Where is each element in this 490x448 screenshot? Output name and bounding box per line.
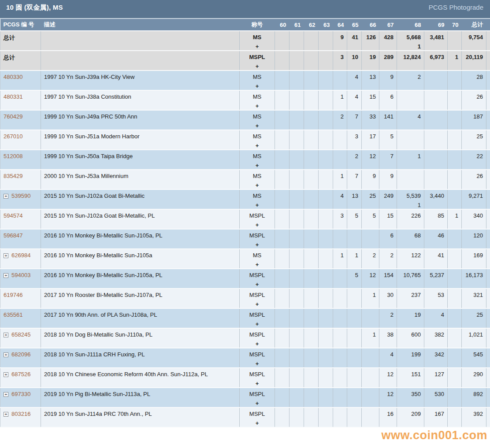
expand-icon[interactable]: +: [4, 352, 8, 357]
grade-cell-64: [333, 289, 347, 308]
grade-cell-total: 120: [462, 229, 486, 249]
grade-cell-68: 2: [397, 70, 424, 90]
grade-cell-60: [275, 189, 290, 209]
grade-cell-66: 33: [362, 110, 379, 130]
grade-cell-61: [290, 70, 304, 90]
grade-cell-60: [275, 70, 290, 90]
grade-cell-68: 209: [397, 407, 424, 427]
grade-cell-67: 2: [379, 308, 397, 328]
totals-row: 总计MSPL+3101928912,8246,973120,119: [0, 51, 490, 70]
pcgs-number-link[interactable]: 267010: [4, 133, 22, 140]
expand-icon[interactable]: +: [4, 333, 8, 337]
grade-cell-60: [275, 368, 290, 388]
table-row: 8354292000 10 Yn Sun-J53a MillenniumMS+1…: [0, 170, 490, 189]
grade-cell-63: [319, 308, 333, 328]
table-row: +5940032016 10 Yn Monkey Bi-Metallic Sun…: [0, 269, 490, 289]
coin-description: 2016 10 Yn Monkey Bi-Metallic Sun-J105a: [44, 252, 152, 259]
grade-cell-60: [275, 388, 290, 407]
expand-icon[interactable]: +: [4, 273, 8, 278]
grade-cell-67: 38: [379, 328, 397, 348]
grade-cell-66: 126: [362, 31, 379, 51]
table-edge-overflow: [486, 348, 490, 368]
grade-cell-61: [290, 150, 304, 170]
pcgs-number-link[interactable]: 835429: [4, 173, 22, 179]
grade-cell-68: 10,765: [397, 269, 424, 289]
expand-icon[interactable]: +: [4, 412, 8, 417]
expand-icon[interactable]: +: [4, 194, 8, 199]
population-table: PCGS 编 号描述称号6061626364656667686970总计 总计M…: [0, 19, 490, 428]
grade-cell-65: 5: [347, 209, 362, 229]
pcgs-number-link[interactable]: 594574: [4, 212, 22, 219]
grade-cell-69: 5,237: [424, 269, 448, 289]
grade-cell-66: [362, 229, 379, 249]
grade-cell-total: 25: [462, 308, 486, 328]
pcgs-number-link[interactable]: 539590: [11, 193, 30, 199]
pcgs-number-link[interactable]: 687526: [11, 371, 30, 378]
pcgs-number-link[interactable]: 626984: [11, 252, 30, 259]
pcgs-number-link[interactable]: 635561: [4, 311, 22, 318]
grade-cell-66: [362, 308, 379, 328]
expand-icon[interactable]: +: [4, 253, 8, 258]
grade-cell-69: 167: [424, 407, 448, 427]
pcgs-number-link[interactable]: 480330: [4, 74, 22, 80]
grade-cell-65: [347, 348, 362, 368]
grade-cell-60: [275, 348, 290, 368]
pcgs-number-link[interactable]: 480331: [4, 93, 22, 100]
grade-cell-69: 530: [424, 388, 448, 407]
table-row: 4803311997 10 Yn Sun-J38a ConstitutionMS…: [0, 90, 490, 110]
photograde-link[interactable]: PCGS Photograde: [429, 4, 483, 11]
table-row: 4803301997 10 Yn Sun-J39a HK-City ViewMS…: [0, 70, 490, 90]
grade-cell-62: [304, 189, 319, 209]
grade-cell-63: [319, 90, 333, 110]
grade-cell-total: 321: [462, 289, 486, 308]
grade-cell-69: 342: [424, 348, 448, 368]
pcgs-number-link[interactable]: 760429: [4, 113, 22, 120]
grade-cell-62: [304, 328, 319, 348]
grade-cell-69: 3,481: [424, 31, 448, 51]
pcgs-number-link[interactable]: 682096: [11, 351, 30, 358]
column-header-66: 66: [362, 19, 379, 31]
pcgs-number-link[interactable]: 803216: [11, 411, 30, 417]
grade-cell-70: [448, 130, 462, 150]
grade-cell-60: [275, 209, 290, 229]
grade-cell-65: 10: [347, 51, 362, 70]
pcgs-number-link[interactable]: 697330: [11, 391, 30, 397]
grade-cell-68: 600: [397, 328, 424, 348]
table-edge-overflow: [486, 289, 490, 308]
grade-cell-70: [448, 249, 462, 269]
grade-cell-69: [424, 130, 448, 150]
grade-cell-68: 5,6681: [397, 31, 424, 51]
grade-cell-total: 16,173: [462, 269, 486, 289]
grade-cell-62: [304, 269, 319, 289]
table-row: 5968472016 10 Yn Monkey Bi-Metallic Sun-…: [0, 229, 490, 249]
grade-cell-68: 122: [397, 249, 424, 269]
pcgs-number-link[interactable]: 512008: [4, 153, 22, 159]
grade-cell-total: 25: [462, 130, 486, 150]
pcgs-number-link[interactable]: 596847: [4, 232, 22, 239]
pcgs-number-link[interactable]: 594003: [11, 272, 30, 278]
column-header-70: 70: [448, 19, 462, 31]
pcgs-number-link[interactable]: 619746: [4, 292, 22, 298]
grade-cell-63: [319, 150, 333, 170]
designation-cell: MS+: [240, 110, 275, 130]
totals-row: 总计MS+9411264285,66813,4819,754: [0, 31, 490, 51]
designation-cell: MSPL+: [240, 308, 275, 328]
expand-icon[interactable]: +: [4, 372, 8, 377]
designation-cell: MS+: [240, 189, 275, 209]
grade-cell-66: 1: [362, 289, 379, 308]
grade-cell-62: [304, 209, 319, 229]
grade-cell-64: [333, 269, 347, 289]
grade-cell-61: [290, 328, 304, 348]
grade-cell-total: 892: [462, 388, 486, 407]
expand-icon[interactable]: +: [4, 392, 8, 397]
column-header-62: 62: [304, 19, 319, 31]
grade-cell-66: 13: [362, 70, 379, 90]
grade-cell-66: 12: [362, 269, 379, 289]
grade-cell-62: [304, 308, 319, 328]
grade-cell-65: [347, 368, 362, 388]
table-edge-overflow: [486, 328, 490, 348]
grade-cell-69: 4: [424, 308, 448, 328]
grade-cell-66: 17: [362, 130, 379, 150]
pcgs-number-link[interactable]: 658245: [11, 331, 30, 338]
grade-cell-69: [424, 170, 448, 189]
